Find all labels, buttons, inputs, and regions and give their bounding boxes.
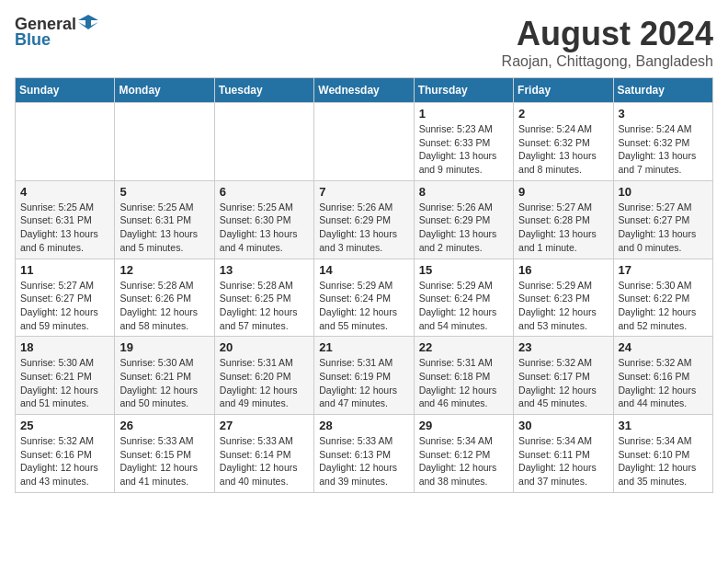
- weekday-header-saturday: Saturday: [613, 78, 712, 103]
- day-number: 8: [419, 185, 508, 199]
- logo: General Blue: [15, 15, 98, 50]
- calendar-day-cell: 18Sunrise: 5:30 AM Sunset: 6:21 PM Dayli…: [16, 337, 115, 415]
- header: General Blue August 2024 Raojan, Chittag…: [15, 15, 713, 70]
- day-info: Sunrise: 5:32 AM Sunset: 6:17 PM Dayligh…: [518, 356, 608, 410]
- day-info: Sunrise: 5:31 AM Sunset: 6:20 PM Dayligh…: [220, 356, 309, 410]
- calendar-day-cell: 22Sunrise: 5:31 AM Sunset: 6:18 PM Dayli…: [414, 337, 513, 415]
- calendar-day-cell: 5Sunrise: 5:25 AM Sunset: 6:31 PM Daylig…: [115, 180, 214, 259]
- day-info: Sunrise: 5:30 AM Sunset: 6:22 PM Dayligh…: [619, 279, 708, 333]
- day-info: Sunrise: 5:29 AM Sunset: 6:23 PM Dayligh…: [518, 279, 608, 333]
- day-info: Sunrise: 5:33 AM Sunset: 6:13 PM Dayligh…: [319, 434, 408, 488]
- calendar-week-row: 18Sunrise: 5:30 AM Sunset: 6:21 PM Dayli…: [16, 337, 713, 415]
- calendar-day-cell: [115, 103, 214, 181]
- calendar-day-cell: 29Sunrise: 5:34 AM Sunset: 6:12 PM Dayli…: [414, 415, 513, 493]
- weekday-header-friday: Friday: [514, 78, 613, 103]
- day-info: Sunrise: 5:34 AM Sunset: 6:12 PM Dayligh…: [419, 434, 508, 488]
- day-info: Sunrise: 5:25 AM Sunset: 6:31 PM Dayligh…: [119, 201, 209, 255]
- day-number: 16: [518, 263, 608, 277]
- day-info: Sunrise: 5:28 AM Sunset: 6:26 PM Dayligh…: [119, 279, 209, 333]
- day-info: Sunrise: 5:28 AM Sunset: 6:25 PM Dayligh…: [220, 279, 309, 333]
- day-info: Sunrise: 5:29 AM Sunset: 6:24 PM Dayligh…: [319, 279, 408, 333]
- day-info: Sunrise: 5:25 AM Sunset: 6:31 PM Dayligh…: [20, 201, 109, 255]
- day-info: Sunrise: 5:31 AM Sunset: 6:19 PM Dayligh…: [319, 356, 408, 410]
- calendar-day-cell: 3Sunrise: 5:24 AM Sunset: 6:32 PM Daylig…: [613, 103, 712, 181]
- day-info: Sunrise: 5:23 AM Sunset: 6:33 PM Dayligh…: [419, 122, 508, 177]
- day-number: 1: [419, 107, 508, 121]
- day-info: Sunrise: 5:32 AM Sunset: 6:16 PM Dayligh…: [20, 434, 109, 488]
- day-number: 19: [119, 340, 209, 354]
- day-info: Sunrise: 5:34 AM Sunset: 6:11 PM Dayligh…: [518, 434, 608, 488]
- day-number: 22: [419, 340, 508, 354]
- month-year-title: August 2024: [502, 15, 713, 53]
- calendar-day-cell: 21Sunrise: 5:31 AM Sunset: 6:19 PM Dayli…: [314, 337, 414, 415]
- calendar-day-cell: 16Sunrise: 5:29 AM Sunset: 6:23 PM Dayli…: [514, 259, 613, 337]
- day-info: Sunrise: 5:33 AM Sunset: 6:15 PM Dayligh…: [119, 434, 209, 488]
- calendar-table: SundayMondayTuesdayWednesdayThursdayFrid…: [15, 77, 713, 493]
- calendar-day-cell: 27Sunrise: 5:33 AM Sunset: 6:14 PM Dayli…: [214, 415, 313, 493]
- calendar-day-cell: 25Sunrise: 5:32 AM Sunset: 6:16 PM Dayli…: [16, 415, 115, 493]
- day-number: 9: [518, 185, 608, 199]
- calendar-day-cell: 12Sunrise: 5:28 AM Sunset: 6:26 PM Dayli…: [115, 259, 214, 337]
- weekday-header-monday: Monday: [115, 78, 214, 103]
- calendar-day-cell: 23Sunrise: 5:32 AM Sunset: 6:17 PM Dayli…: [514, 337, 613, 415]
- day-info: Sunrise: 5:27 AM Sunset: 6:27 PM Dayligh…: [619, 201, 708, 255]
- day-number: 30: [518, 419, 608, 432]
- location-subtitle: Raojan, Chittagong, Bangladesh: [502, 53, 713, 70]
- day-info: Sunrise: 5:25 AM Sunset: 6:30 PM Dayligh…: [220, 201, 309, 255]
- svg-marker-0: [78, 15, 98, 29]
- day-number: 13: [220, 263, 309, 277]
- calendar-day-cell: 13Sunrise: 5:28 AM Sunset: 6:25 PM Dayli…: [214, 259, 313, 337]
- day-number: 17: [619, 263, 708, 277]
- calendar-day-cell: 2Sunrise: 5:24 AM Sunset: 6:32 PM Daylig…: [514, 103, 613, 181]
- calendar-day-cell: 14Sunrise: 5:29 AM Sunset: 6:24 PM Dayli…: [314, 259, 414, 337]
- calendar-week-row: 4Sunrise: 5:25 AM Sunset: 6:31 PM Daylig…: [16, 180, 713, 259]
- day-info: Sunrise: 5:32 AM Sunset: 6:16 PM Dayligh…: [619, 356, 708, 410]
- calendar-day-cell: 1Sunrise: 5:23 AM Sunset: 6:33 PM Daylig…: [414, 103, 513, 181]
- calendar-day-cell: [314, 103, 414, 181]
- day-number: 3: [619, 107, 708, 121]
- day-number: 12: [119, 263, 209, 277]
- day-number: 25: [20, 419, 109, 432]
- calendar-day-cell: 26Sunrise: 5:33 AM Sunset: 6:15 PM Dayli…: [115, 415, 214, 493]
- weekday-header-thursday: Thursday: [414, 78, 513, 103]
- day-number: 5: [119, 185, 209, 199]
- calendar-day-cell: 10Sunrise: 5:27 AM Sunset: 6:27 PM Dayli…: [613, 180, 712, 259]
- day-info: Sunrise: 5:27 AM Sunset: 6:28 PM Dayligh…: [518, 201, 608, 255]
- day-number: 20: [220, 340, 309, 354]
- day-number: 7: [319, 185, 408, 199]
- day-info: Sunrise: 5:24 AM Sunset: 6:32 PM Dayligh…: [619, 122, 708, 177]
- day-number: 23: [518, 340, 608, 354]
- day-number: 26: [119, 419, 209, 432]
- day-number: 6: [220, 185, 309, 199]
- logo-bird-icon: [78, 13, 98, 33]
- calendar-day-cell: 19Sunrise: 5:30 AM Sunset: 6:21 PM Dayli…: [115, 337, 214, 415]
- calendar-day-cell: 6Sunrise: 5:25 AM Sunset: 6:30 PM Daylig…: [214, 180, 313, 259]
- day-number: 10: [619, 185, 708, 199]
- calendar-day-cell: [16, 103, 115, 181]
- day-number: 31: [619, 419, 708, 432]
- weekday-header-row: SundayMondayTuesdayWednesdayThursdayFrid…: [16, 78, 713, 103]
- day-number: 14: [319, 263, 408, 277]
- day-info: Sunrise: 5:30 AM Sunset: 6:21 PM Dayligh…: [119, 356, 209, 410]
- title-area: August 2024 Raojan, Chittagong, Banglade…: [502, 15, 713, 70]
- calendar-day-cell: 31Sunrise: 5:34 AM Sunset: 6:10 PM Dayli…: [613, 415, 712, 493]
- calendar-week-row: 1Sunrise: 5:23 AM Sunset: 6:33 PM Daylig…: [16, 103, 713, 181]
- day-number: 24: [619, 340, 708, 354]
- day-info: Sunrise: 5:30 AM Sunset: 6:21 PM Dayligh…: [20, 356, 109, 410]
- weekday-header-tuesday: Tuesday: [214, 78, 313, 103]
- day-info: Sunrise: 5:29 AM Sunset: 6:24 PM Dayligh…: [419, 279, 508, 333]
- day-number: 4: [20, 185, 109, 199]
- calendar-day-cell: 8Sunrise: 5:26 AM Sunset: 6:29 PM Daylig…: [414, 180, 513, 259]
- day-info: Sunrise: 5:24 AM Sunset: 6:32 PM Dayligh…: [518, 122, 608, 177]
- calendar-week-row: 25Sunrise: 5:32 AM Sunset: 6:16 PM Dayli…: [16, 415, 713, 493]
- calendar-day-cell: 11Sunrise: 5:27 AM Sunset: 6:27 PM Dayli…: [16, 259, 115, 337]
- day-number: 29: [419, 419, 508, 432]
- calendar-day-cell: 7Sunrise: 5:26 AM Sunset: 6:29 PM Daylig…: [314, 180, 414, 259]
- weekday-header-sunday: Sunday: [16, 78, 115, 103]
- weekday-header-wednesday: Wednesday: [314, 78, 414, 103]
- day-info: Sunrise: 5:26 AM Sunset: 6:29 PM Dayligh…: [419, 201, 508, 255]
- calendar-week-row: 11Sunrise: 5:27 AM Sunset: 6:27 PM Dayli…: [16, 259, 713, 337]
- calendar-day-cell: 20Sunrise: 5:31 AM Sunset: 6:20 PM Dayli…: [214, 337, 313, 415]
- day-number: 21: [319, 340, 408, 354]
- day-info: Sunrise: 5:26 AM Sunset: 6:29 PM Dayligh…: [319, 201, 408, 255]
